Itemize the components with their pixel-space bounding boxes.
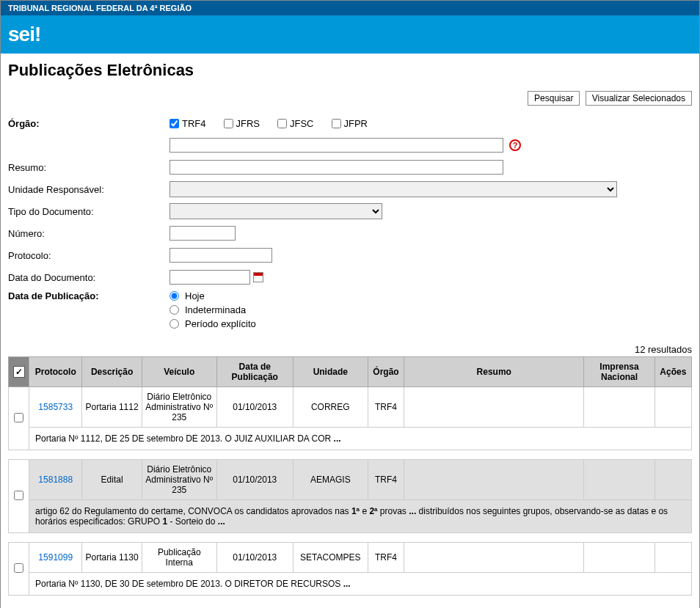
radio-periodo[interactable]: Período explícito [169,318,256,329]
radio-periodo-input[interactable] [169,319,179,329]
cell-descricao: Edital [82,460,142,500]
cell-acoes [655,460,691,500]
header-logo-bar: sei! [1,15,699,54]
row-orgao: Órgão: TRF4 JFRS JFSC JFPR [8,114,692,132]
ellipsis-icon: ... [343,579,351,589]
cell-descricao: Portaria 1130 [82,543,142,573]
unidade-select[interactable] [169,181,617,197]
checkbox-trf4[interactable] [169,119,179,128]
th-acoes: Ações [655,357,691,387]
row-checkbox[interactable] [14,413,23,422]
radio-hoje-input[interactable] [169,291,179,301]
protocolo-link[interactable]: 1585733 [38,402,73,412]
row-checkbox[interactable] [14,491,23,500]
label-datadoc: Data do Documento: [8,272,169,283]
numero-input[interactable] [169,226,236,241]
label-numero: Número: [8,228,169,239]
datadoc-input[interactable] [169,270,250,285]
cell-resumo [404,387,584,428]
row-unidade: Unidade Responsável: [8,180,692,198]
radio-indet-input[interactable] [169,305,179,315]
label-protocolo: Protocolo: [8,250,169,261]
row-check-cell [9,543,29,596]
spacer-row [9,450,692,460]
row-resumo: Resumo: [8,158,692,176]
label-datapub: Data de Publicação: [8,290,169,301]
radio-indeterminada[interactable]: Indeterminada [169,304,256,315]
checkall-icon[interactable]: ✓ [13,366,25,378]
th-descricao: Descrição [82,357,142,387]
cell-descricao: Portaria 1112 [82,387,142,428]
cell-veiculo: Publicação Interna [142,543,216,573]
cell-imprensa [584,460,655,500]
cell-imprensa [584,543,655,573]
radio-hoje[interactable]: Hoje [169,290,256,301]
cell-protocolo: 1581888 [29,460,82,500]
protocolo-input[interactable] [169,248,272,263]
search-input[interactable] [169,138,503,153]
checkbox-jfpr[interactable] [332,119,341,128]
row-checkbox[interactable] [14,563,23,573]
th-checkall[interactable]: ✓ [9,357,29,387]
label-orgao: Órgão: [8,118,169,129]
checkbox-jfrs[interactable] [224,119,233,128]
resumo-input[interactable] [169,160,503,175]
datapub-radio-group: Hoje Indeterminada Período explícito [169,290,256,329]
cell-unidade: CORREG [293,387,368,428]
results-count: 12 resultados [8,344,692,355]
checkbox-jfsc[interactable] [277,119,287,128]
protocolo-link[interactable]: 1581888 [38,475,73,485]
th-veiculo: Veículo [142,357,216,387]
page-title: Publicações Eletrônicas [8,61,692,80]
visualizar-selecionados-button[interactable]: Visualizar Selecionados [586,91,692,106]
cell-veiculo: Diário Eletrônico Administrativo Nº 235 [142,460,216,500]
row-check-cell [9,460,29,533]
cell-resumo [404,460,584,500]
cell-unidade: AEMAGIS [293,460,368,500]
cell-protocolo: 1591099 [29,543,82,573]
orgao-jfrs[interactable]: JFRS [224,118,260,129]
header-orgname: TRIBUNAL REGIONAL FEDERAL DA 4ª REGIÃO [1,1,699,15]
row-numero: Número: [8,224,692,242]
cell-acoes [655,387,691,428]
th-protocolo: Protocolo [29,357,82,387]
th-imprensa: Imprensa Nacional [584,357,655,387]
th-orgao: Órgão [368,357,404,387]
orgao-trf4[interactable]: TRF4 [169,118,206,129]
table-row: 1591099 Portaria 1130 Publicação Interna… [9,543,692,573]
cell-unidade: SETACOMPES [293,543,368,573]
row-check-cell [9,387,29,450]
cell-datapub: 01/10/2013 [216,387,293,428]
tipodoc-select[interactable] [169,203,382,219]
cell-summary: Portaria Nº 1112, DE 25 DE setembro DE 2… [29,428,692,450]
cell-resumo [404,543,584,573]
cell-protocolo: 1585733 [29,387,82,428]
table-row: 1585733 Portaria 1112 Diário Eletrônico … [9,387,692,428]
protocolo-link[interactable]: 1591099 [38,552,73,563]
row-protocolo: Protocolo: [8,246,692,264]
cell-imprensa [584,387,655,428]
orgao-checkbox-group: TRF4 JFRS JFSC JFPR [169,118,368,129]
table-row: 1581888 Edital Diário Eletrônico Adminis… [9,460,692,500]
cell-orgao: TRF4 [368,460,404,500]
top-button-row: Pesquisar Visualizar Selecionados [8,91,692,106]
orgao-jfpr[interactable]: JFPR [332,118,368,129]
calendar-icon[interactable] [253,272,263,282]
row-datadoc: Data do Documento: [8,268,692,286]
cell-datapub: 01/10/2013 [216,543,293,573]
cell-datapub: 01/10/2013 [216,460,293,500]
ellipsis-icon: ... [218,516,225,527]
ellipsis-icon: ... [409,506,416,516]
row-datapub: Data de Publicação: Hoje Indeterminada P… [8,290,692,329]
orgao-jfsc[interactable]: JFSC [277,118,314,129]
help-icon[interactable]: ? [509,139,521,151]
results-table: ✓ Protocolo Descrição Veículo Data de Pu… [8,356,692,596]
label-tipodoc: Tipo do Documento: [8,206,169,217]
pesquisar-button[interactable]: Pesquisar [528,91,580,106]
label-resumo: Resumo: [8,162,169,173]
th-resumo: Resumo [404,357,584,387]
cell-summary: artigo 62 do Regulamento do certame, CON… [29,500,692,533]
content-area: Publicações Eletrônicas Pesquisar Visual… [1,54,699,608]
th-unidade: Unidade [293,357,368,387]
cell-orgao: TRF4 [368,543,404,573]
